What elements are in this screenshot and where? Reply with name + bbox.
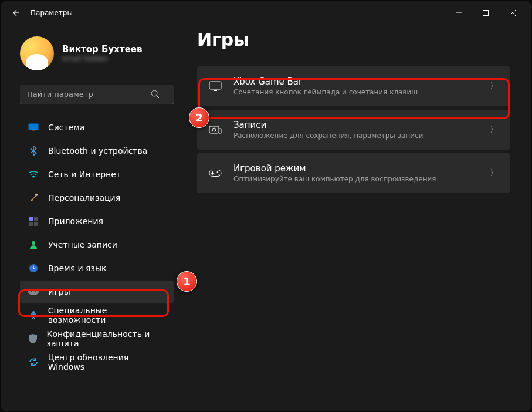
card-game-mode[interactable]: Игровой режим Оптимизируйте ваш компьюте… [197,153,510,193]
card-subtitle: Оптимизируйте ваш компьютер для воспроиз… [233,175,478,183]
sidebar-item-personalization[interactable]: Персонализация [20,187,174,209]
svg-point-18 [35,291,36,292]
profile-email: email hidden [62,55,143,63]
search-input[interactable] [20,85,174,104]
svg-rect-21 [214,90,217,91]
maximize-icon [483,10,489,16]
window-controls [445,4,526,22]
arrow-left-icon [11,8,20,18]
svg-point-23 [212,128,216,131]
sidebar-item-accessibility[interactable]: Специальные возможности [20,304,174,326]
back-button[interactable] [6,4,25,22]
sidebar-item-label: Центр обновления Windows [48,353,165,372]
close-icon [510,10,516,16]
svg-rect-16 [28,289,39,295]
sidebar-item-label: Конфиденциальность и защита [46,329,165,348]
card-subtitle: Сочетания кнопок геймпада и сочетания кл… [233,88,478,96]
card-captures[interactable]: Записи Расположение для сохранения, пара… [197,110,510,150]
titlebar: Параметры [1,1,531,25]
wifi-icon [28,169,39,180]
minimize-button[interactable] [445,4,472,22]
sidebar-item-accounts[interactable]: Учетные записи [20,234,174,256]
sidebar-item-label: Персонализация [48,193,120,202]
display-icon [28,122,39,133]
card-subtitle: Расположение для сохранения, параметры з… [233,131,478,140]
svg-rect-12 [29,222,33,226]
apps-icon [28,216,39,227]
capture-icon [209,123,222,136]
sidebar-item-bluetooth[interactable]: Bluetooth и устройства [20,140,174,162]
svg-point-8 [33,177,34,178]
svg-point-14 [32,241,35,245]
card-text: Записи Расположение для сохранения, пара… [233,120,478,140]
sidebar-item-label: Игры [48,287,70,296]
svg-rect-10 [29,217,33,221]
gamepad-icon [28,286,39,297]
clock-icon [28,263,39,273]
settings-window: Параметры Виктор Бухтеев email hidden [1,1,531,411]
sidebar-item-update[interactable]: Центр обновления Windows [20,351,174,373]
svg-rect-13 [34,222,38,226]
svg-point-25 [217,171,218,173]
sidebar-item-network[interactable]: Сеть и Интернет [20,163,174,185]
gamemode-icon [209,167,222,180]
sidebar-item-label: Время и язык [48,264,106,273]
profile-name: Виктор Бухтеев [62,44,143,55]
svg-rect-22 [209,126,219,133]
brush-icon [28,193,39,203]
svg-rect-20 [209,82,221,89]
maximize-button[interactable] [472,4,499,22]
profile[interactable]: Виктор Бухтеев email hidden [20,36,174,70]
svg-rect-7 [32,130,35,131]
card-title: Записи [233,120,478,130]
accessibility-icon [28,310,39,320]
card-text: Игровой режим Оптимизируйте ваш компьюте… [233,163,478,183]
main-content: Игры Xbox Game Bar Сочетания кнопок гейм… [183,25,531,411]
card-title: Игровой режим [233,163,478,174]
sidebar-item-apps[interactable]: Приложения [20,210,174,232]
minimize-icon [456,10,462,16]
card-xbox-game-bar[interactable]: Xbox Game Bar Сочетания кнопок геймпада … [197,66,510,106]
sidebar-item-label: Система [48,123,84,132]
sidebar-item-label: Приложения [48,217,103,226]
svg-rect-1 [483,11,489,16]
close-button[interactable] [499,4,526,22]
chevron-right-icon: 〉 [490,168,498,178]
svg-point-26 [218,174,219,175]
bluetooth-icon [28,146,39,156]
nav-list: Система Bluetooth и устройства Сеть и Ин… [20,116,174,373]
person-icon [28,239,39,250]
chevron-right-icon: 〉 [490,81,498,92]
page-title: Игры [197,29,510,50]
gamebar-icon [209,80,222,93]
svg-rect-6 [29,124,39,130]
sidebar-item-privacy[interactable]: Конфиденциальность и защита [20,327,174,350]
search-box [20,85,174,104]
card-text: Xbox Game Bar Сочетания кнопок геймпада … [233,76,478,96]
card-title: Xbox Game Bar [233,76,478,87]
svg-rect-9 [35,193,38,197]
settings-cards: Xbox Game Bar Сочетания кнопок геймпада … [197,66,510,193]
sidebar-item-time[interactable]: Время и язык [20,257,174,279]
chevron-right-icon: 〉 [490,124,498,135]
update-icon [28,357,39,367]
app-title: Параметры [31,9,73,17]
svg-point-19 [32,311,35,313]
sidebar-item-label: Сеть и Интернет [48,170,121,179]
svg-point-17 [31,291,32,292]
avatar [20,36,54,70]
svg-rect-11 [34,217,38,221]
sidebar-item-label: Bluetooth и устройства [48,146,147,156]
body: Виктор Бухтеев email hidden Система Blue… [1,25,531,411]
sidebar-item-label: Учетные записи [48,240,117,249]
sidebar-item-label: Специальные возможности [48,306,165,325]
sidebar: Виктор Бухтеев email hidden Система Blue… [1,25,183,411]
sidebar-item-system[interactable]: Система [20,116,174,139]
sidebar-item-gaming[interactable]: Игры [20,281,174,303]
shield-icon [28,333,37,344]
profile-text: Виктор Бухтеев email hidden [62,44,143,63]
